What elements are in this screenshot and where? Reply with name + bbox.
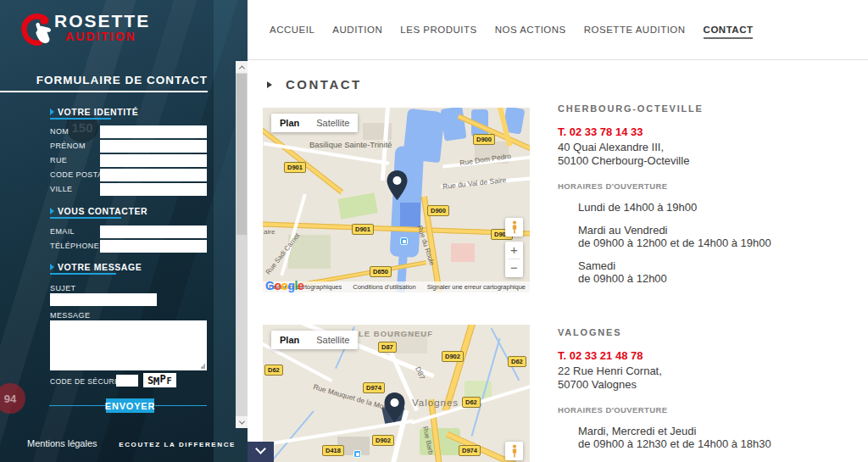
- page-title: CONTACT: [267, 77, 362, 92]
- hours-title: HORAIRES D'OUVERTURE: [558, 405, 860, 415]
- road-badge: D900: [427, 205, 449, 216]
- section-contact-title: VOUS CONTACTER: [50, 206, 147, 216]
- bus-stop-icon: [353, 450, 361, 458]
- zoom-in-button[interactable]: +: [505, 242, 523, 259]
- page-scroll-down-button[interactable]: [248, 442, 274, 462]
- location-address: 22 Rue Henri Cornat, 50700 Valognes: [558, 365, 860, 391]
- road-badge: D974: [459, 445, 481, 456]
- scrollbar-up-button[interactable]: [236, 61, 248, 73]
- pegman-icon: [510, 444, 519, 458]
- road-badge: D650: [370, 266, 392, 277]
- attribution-terms-link[interactable]: Conditions d'utilisation: [353, 283, 415, 291]
- road-badge: D87: [378, 342, 397, 353]
- scrollbar-thumb[interactable]: [236, 74, 247, 235]
- road-badge: D62: [264, 365, 283, 376]
- contact-form-title: FORMULAIRE DE CONTACT: [0, 74, 208, 86]
- location-address: 40 Quai Alexandre III, 50100 Cherbourg-O…: [558, 141, 860, 167]
- textarea-resize-grip[interactable]: [200, 364, 205, 369]
- section-arrow-icon: [50, 264, 54, 270]
- google-logo[interactable]: Google: [265, 279, 303, 292]
- section-arrow-icon: [50, 109, 54, 115]
- input-telephone[interactable]: [100, 240, 207, 253]
- bus-stop-icon: [400, 237, 408, 245]
- label-code-postal: CODE POSTAL: [50, 170, 108, 179]
- map-valognes[interactable]: LE BOURGNEUF Valognes Rue Mauquet de la …: [263, 325, 530, 462]
- map-pin-cherbourg[interactable]: [387, 170, 408, 200]
- pegman-icon: [510, 220, 519, 234]
- road-badge: D901: [284, 162, 306, 173]
- map-plan-button[interactable]: Plan: [271, 114, 308, 132]
- map-building: [451, 243, 475, 262]
- location-name: CHERBOURG-OCTEVILLE: [558, 103, 860, 114]
- label-sujet: SUJET: [50, 284, 76, 292]
- pegman-button[interactable]: [505, 442, 523, 460]
- input-nom[interactable]: [100, 125, 207, 138]
- nav-item-rosette-audition[interactable]: ROSETTE AUDITION: [584, 21, 686, 38]
- map-label-basilique: Basilique Sainte-Trinité: [309, 140, 392, 149]
- road-badge: D62: [508, 356, 526, 367]
- slogan-text: ECOUTEZ LA DIFFERENCE: [119, 441, 236, 448]
- input-sujet[interactable]: [50, 293, 157, 306]
- road-badge: D418: [322, 445, 344, 456]
- road-badge: D900: [473, 134, 495, 145]
- map-pin-valognes[interactable]: [384, 392, 405, 422]
- mentions-legales-link[interactable]: Mentions légales: [27, 438, 97, 448]
- submit-divider-right: [155, 405, 207, 406]
- input-security-code[interactable]: [116, 375, 138, 387]
- logo-text-rosette: ROSETTE: [54, 12, 150, 31]
- input-rue[interactable]: [100, 154, 207, 167]
- label-nom: NOM: [50, 127, 69, 136]
- label-prenom: PRÉNOM: [50, 142, 86, 150]
- location-block-cherbourg: CHERBOURG-OCTEVILLE T. 02 33 78 14 33 40…: [558, 103, 860, 285]
- logo-text-audition: AUDITION: [65, 31, 150, 43]
- road-badge: D974: [363, 382, 385, 393]
- sidebar-photo-badge: 94: [0, 383, 25, 414]
- nav-item-nos-actions[interactable]: NOS ACTIONS: [495, 21, 566, 38]
- title-divider: [0, 91, 208, 92]
- location-phone: T. 02 33 21 48 78: [558, 349, 860, 362]
- captcha-image: SMPF: [143, 373, 176, 387]
- location-name: VALOGNES: [558, 327, 860, 337]
- nav-item-les-produits[interactable]: LES PRODUITS: [400, 21, 476, 38]
- submit-divider-left: [49, 405, 105, 406]
- section-underline: [50, 217, 121, 219]
- section-arrow-icon: [50, 208, 54, 214]
- input-email[interactable]: [100, 225, 207, 238]
- chevron-down-icon: [255, 443, 266, 454]
- section-underline: [50, 273, 116, 275]
- nav-item-contact[interactable]: CONTACT: [704, 21, 754, 39]
- input-message[interactable]: [50, 320, 207, 370]
- nav-item-accueil[interactable]: ACCUEIL: [270, 21, 314, 38]
- map-cherbourg[interactable]: Basilique Sainte-Trinité Rue Dom Pedro R…: [263, 108, 530, 292]
- map-water: [440, 108, 466, 142]
- logo[interactable]: ROSETTE AUDITION: [19, 12, 150, 54]
- map-zoom-control: + −: [505, 242, 523, 277]
- road-badge: D901: [352, 224, 374, 235]
- sidebar-contact-form: 150 94 ROSETTE AUDITION FORMULAIRE DE CO…: [0, 0, 248, 462]
- scrollbar-down-button[interactable]: [236, 416, 248, 428]
- attribution-report-link[interactable]: Signaler une erreur cartographique: [427, 283, 526, 291]
- input-ville[interactable]: [100, 183, 207, 196]
- hours-entry: Samedide 09h00 à 12h00: [578, 259, 860, 285]
- location-phone: T. 02 33 78 14 33: [558, 125, 860, 138]
- label-message: MESSAGE: [50, 311, 90, 320]
- location-block-valognes: VALOGNES T. 02 33 21 48 78 22 Rue Henri …: [558, 327, 860, 462]
- input-prenom[interactable]: [100, 140, 207, 153]
- map-label-aire: aire: [264, 228, 275, 236]
- send-button[interactable]: ENVOYER: [106, 398, 154, 413]
- map-plan-button[interactable]: Plan: [271, 331, 308, 349]
- hours-entry: Mardi au Vendredide 09h00 à 12h00 et de …: [578, 224, 860, 249]
- map-label-valognes: Valognes: [412, 398, 459, 408]
- input-code-postal[interactable]: [100, 169, 207, 181]
- hours-title: HORAIRES D'OUVERTURE: [558, 181, 860, 191]
- page-root: 150 94 ROSETTE AUDITION FORMULAIRE DE CO…: [0, 0, 868, 462]
- pegman-button[interactable]: [505, 218, 523, 237]
- hours-entry: Mardi, Mercredi et Jeudide 09h00 à 12h30…: [578, 425, 860, 450]
- zoom-out-button[interactable]: −: [505, 259, 523, 276]
- map-satellite-button[interactable]: Satellite: [308, 331, 358, 349]
- nav-item-audition[interactable]: AUDITION: [332, 21, 382, 38]
- vertical-scrollbar[interactable]: [236, 61, 248, 428]
- chevron-down-icon: [238, 418, 244, 424]
- rosette-audition-logo-icon: [19, 12, 58, 54]
- map-satellite-button[interactable]: Satellite: [308, 114, 358, 132]
